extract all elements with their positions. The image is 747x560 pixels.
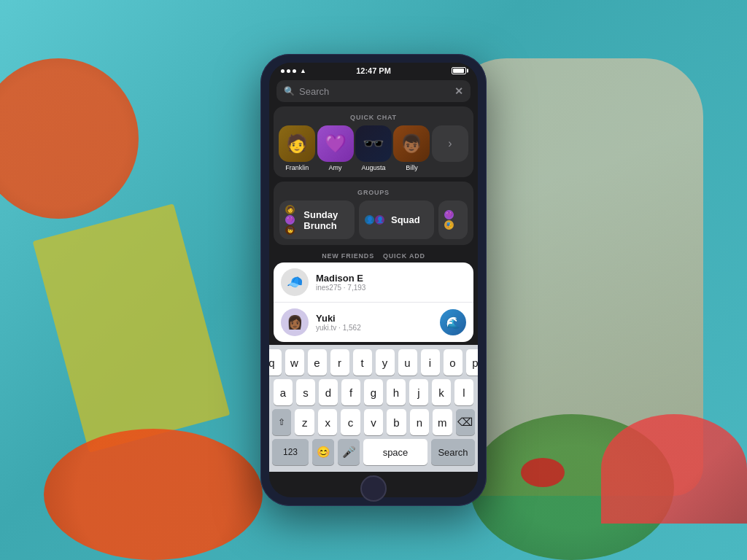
contact-billy[interactable]: 👦🏾 Billy	[394, 125, 429, 171]
friend-yuki[interactable]: 👩🏾 Yuki yuki.tv · 1,562 🌊	[274, 303, 473, 342]
groups-header: GROUPS	[279, 186, 468, 201]
key-i[interactable]: i	[421, 349, 440, 376]
friend-yuki-badge: 🌊	[440, 309, 466, 335]
friend-madison-name: Madison E	[316, 273, 466, 284]
keyboard: q w e r t y u i o p a s	[269, 345, 478, 472]
contact-more[interactable]: ›	[433, 125, 468, 171]
group-sunday-brunch-avatars: 🧑 💜 👦	[285, 205, 299, 235]
contact-more-avatar: ›	[432, 125, 468, 162]
bg-tomatoes	[521, 458, 565, 487]
keyboard-row-1: q w e r t y u i o p	[272, 349, 475, 376]
phone-screen: ▲ 12:47 PM 🔍 Search ✕ QUICK CHAT	[269, 63, 478, 497]
bg-plate-bottom	[44, 429, 263, 560]
group-sunday-brunch-name: Sunday Brunch	[303, 209, 349, 231]
key-d[interactable]: d	[319, 379, 338, 405]
friend-madison-info: Madison E ines275 · 7,193	[316, 273, 466, 292]
key-l[interactable]: l	[454, 379, 473, 405]
search-bar[interactable]: 🔍 Search ✕	[276, 80, 471, 102]
signal-area: ▲	[281, 67, 306, 74]
contact-amy-name: Amy	[317, 164, 352, 171]
key-search[interactable]: Search	[431, 439, 475, 465]
key-n[interactable]: n	[410, 409, 429, 435]
home-button[interactable]	[360, 475, 387, 502]
friend-madison[interactable]: 🧢 Madison E ines275 · 7,193	[274, 262, 473, 303]
contact-franklin-avatar: 🧑	[279, 125, 315, 162]
quick-chat-header: QUICK CHAT	[276, 111, 471, 125]
key-b[interactable]: b	[387, 409, 406, 435]
quick-add-label[interactable]: QUICK ADD	[383, 252, 425, 260]
key-a[interactable]: a	[274, 379, 293, 405]
quick-chat-section: QUICK CHAT 🧑 Franklin 💜 Am	[274, 106, 473, 177]
group-more-avatar-2: 🎭	[444, 220, 454, 230]
group-avatar-2: 💜	[285, 215, 295, 225]
group-squad-avatar-2: 👤	[375, 215, 384, 225]
content-area: QUICK CHAT 🧑 Franklin 💜 Am	[269, 106, 478, 497]
key-h[interactable]: h	[387, 379, 406, 405]
key-o[interactable]: o	[444, 349, 462, 376]
key-g[interactable]: g	[364, 379, 383, 405]
group-squad-avatars: 👤 👤	[365, 215, 387, 225]
group-more[interactable]: 💜 🎭	[438, 201, 468, 239]
key-u[interactable]: u	[398, 349, 417, 376]
contact-billy-avatar: 👦🏾	[393, 125, 430, 162]
key-mic[interactable]: 🎤	[338, 439, 360, 465]
signal-dot-1	[281, 69, 285, 73]
contact-amy[interactable]: 💜 Amy	[317, 125, 352, 171]
signal-dot-2	[287, 69, 290, 73]
group-squad[interactable]: 👤 👤 Squad	[359, 201, 434, 239]
key-w[interactable]: w	[285, 349, 304, 376]
key-r[interactable]: r	[330, 349, 349, 376]
key-f[interactable]: f	[341, 379, 360, 405]
battery-fill	[453, 69, 464, 73]
key-j[interactable]: j	[409, 379, 428, 405]
key-e[interactable]: e	[308, 349, 327, 376]
wifi-icon: ▲	[300, 67, 306, 74]
group-squad-avatar-1: 👤	[365, 215, 374, 225]
contact-augusta-avatar: 🕶️	[355, 125, 392, 162]
quick-chat-grid: 🧑 Franklin 💜 Amy 🕶️	[276, 125, 471, 171]
key-s[interactable]: s	[296, 379, 315, 405]
search-icon: 🔍	[284, 86, 295, 96]
key-k[interactable]: k	[432, 379, 451, 405]
phone-wrapper: ▲ 12:47 PM 🔍 Search ✕ QUICK CHAT	[260, 54, 487, 506]
new-friends-header: NEW FRIENDS QUICK ADD	[269, 249, 478, 262]
friend-yuki-info: Yuki yuki.tv · 1,562	[316, 313, 433, 332]
contact-franklin[interactable]: 🧑 Franklin	[279, 125, 314, 171]
friend-madison-avatar: 🧢	[281, 268, 309, 296]
group-avatar-3: 👦	[285, 225, 295, 235]
key-emoji[interactable]: 😊	[312, 439, 334, 465]
phone: ▲ 12:47 PM 🔍 Search ✕ QUICK CHAT	[260, 54, 487, 506]
key-t[interactable]: t	[353, 349, 372, 376]
signal-dot-3	[293, 69, 296, 73]
key-space[interactable]: space	[363, 439, 427, 465]
key-shift[interactable]: ⇧	[272, 409, 291, 435]
key-p[interactable]: p	[466, 349, 479, 376]
battery-icon	[452, 67, 466, 74]
key-backspace[interactable]: ⌫	[456, 409, 475, 435]
keyboard-row-3: ⇧ z x c v b n m ⌫	[272, 409, 475, 435]
status-bar: ▲ 12:47 PM	[269, 63, 478, 77]
groups-grid: 🧑 💜 👦 Sunday Brunch 👤 👤 Squad	[279, 201, 468, 239]
friend-yuki-sub: yuki.tv · 1,562	[316, 324, 433, 332]
key-q[interactable]: q	[269, 349, 282, 376]
new-friends-label: NEW FRIENDS	[322, 252, 374, 260]
key-m[interactable]: m	[433, 409, 452, 435]
key-y[interactable]: y	[376, 349, 395, 376]
key-x[interactable]: x	[318, 409, 337, 435]
key-z[interactable]: z	[295, 409, 314, 435]
keyboard-bottom-row: 123 😊 🎤 space Search	[272, 439, 475, 465]
group-more-avatar: 💜	[444, 210, 454, 219]
key-c[interactable]: c	[341, 409, 360, 435]
contact-billy-name: Billy	[394, 164, 429, 171]
status-time: 12:47 PM	[356, 66, 391, 75]
friend-yuki-name: Yuki	[316, 313, 433, 324]
friend-madison-sub: ines275 · 7,193	[316, 284, 466, 292]
bg-plate-left	[0, 58, 139, 219]
key-numbers[interactable]: 123	[272, 439, 309, 465]
contact-augusta-name: Augusta	[356, 164, 391, 171]
friends-section: 🧢 Madison E ines275 · 7,193 👩🏾 Yuki yuki…	[274, 262, 473, 342]
search-close-button[interactable]: ✕	[454, 85, 463, 97]
key-v[interactable]: v	[364, 409, 383, 435]
contact-augusta[interactable]: 🕶️ Augusta	[356, 125, 391, 171]
group-sunday-brunch[interactable]: 🧑 💜 👦 Sunday Brunch	[279, 201, 355, 239]
